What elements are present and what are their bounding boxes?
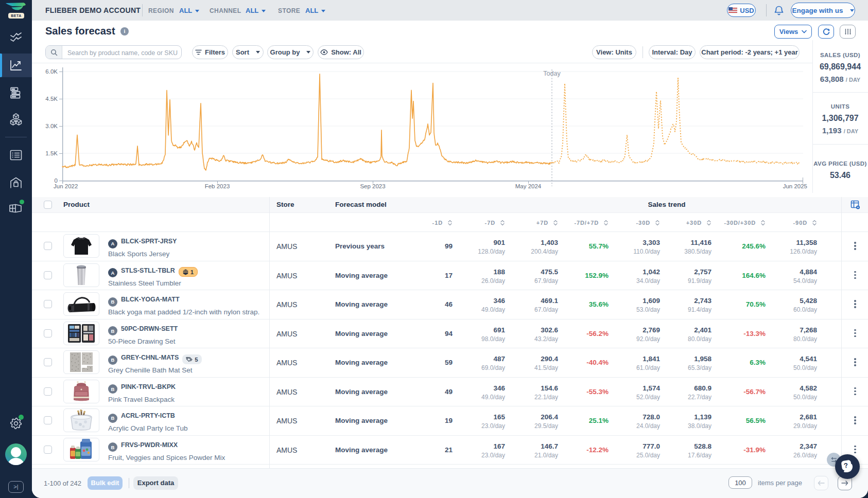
svg-text:Sep 2023: Sep 2023 xyxy=(360,183,385,189)
svg-text:3.0K: 3.0K xyxy=(45,123,58,129)
svg-text:1.5K: 1.5K xyxy=(45,150,58,156)
svg-text:4.5K: 4.5K xyxy=(45,96,58,102)
svg-text:Feb 2023: Feb 2023 xyxy=(205,183,230,189)
svg-text:May 2024: May 2024 xyxy=(515,183,542,189)
svg-text:Jun 2025: Jun 2025 xyxy=(783,183,807,189)
svg-text:Jun 2022: Jun 2022 xyxy=(54,183,78,189)
svg-text:6.0K: 6.0K xyxy=(45,68,58,75)
